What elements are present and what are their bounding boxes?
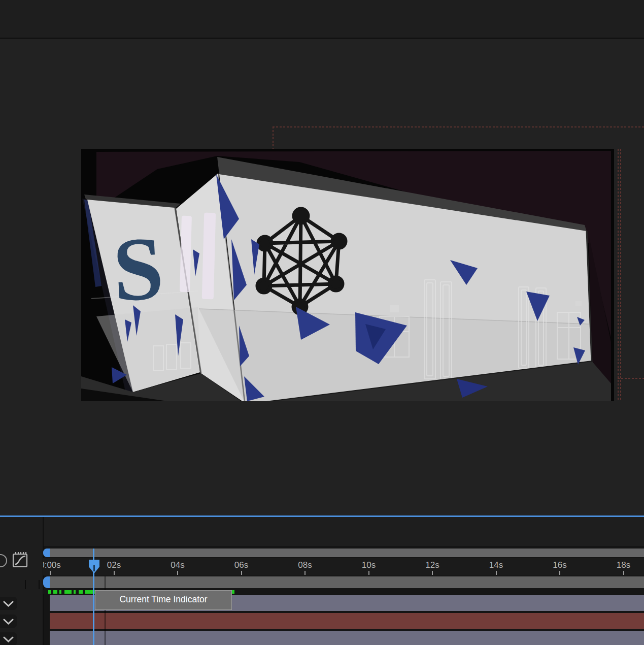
column-tick (39, 580, 40, 589)
timeline-horizontal-scrollbar[interactable] (43, 549, 644, 557)
time-ruler[interactable]: 0:00s02s04s06s08s10s12s14s16s18s (43, 558, 644, 575)
ruler-tick (304, 571, 306, 575)
graph-editor-icon (11, 551, 29, 569)
cache-segment (79, 590, 83, 594)
layer-boundary-line (105, 576, 106, 645)
ruler-tick (432, 571, 433, 575)
composition-viewport[interactable]: S (81, 149, 614, 401)
ruler-label: 18s (617, 560, 630, 570)
cache-segment (74, 590, 76, 594)
ruler-label: 04s (171, 560, 184, 570)
cache-segment (64, 590, 72, 594)
tooltip: Current Time Indicator (95, 590, 232, 610)
ruler-label: 06s (234, 560, 248, 570)
wall-letter-s: S (111, 217, 166, 320)
top-bar (0, 0, 644, 39)
layer-twirl-button[interactable] (0, 597, 17, 610)
column-tick (25, 580, 26, 589)
scrollbar-left-cap[interactable] (43, 549, 50, 557)
ruler-tick (114, 571, 115, 575)
ruler-tick (368, 571, 369, 575)
ruler-tick (559, 571, 560, 575)
cache-segment (48, 590, 51, 594)
timeline-panel: 0:00s02s04s06s08s10s12s14s16s18s Current… (0, 517, 644, 645)
ruler-tick (241, 571, 242, 575)
ruler-label: 16s (553, 560, 566, 570)
ruler-tick (623, 571, 624, 575)
layer-outline-right-1 (618, 149, 619, 401)
layer-twirl-button[interactable] (0, 615, 17, 628)
layer-twirl-button[interactable] (0, 632, 17, 645)
current-time-indicator-head[interactable] (88, 559, 100, 576)
layer-outline-top (273, 126, 644, 127)
ruler-tick (496, 571, 497, 575)
layer-track-bar[interactable] (50, 631, 644, 645)
ruler-label: 14s (489, 560, 503, 570)
layer-outline-left (273, 126, 274, 149)
composition-panel: S (0, 39, 644, 515)
work-area-left-cap[interactable] (43, 576, 50, 588)
ruler-label: 0:00s (43, 560, 61, 570)
cache-segment (59, 590, 61, 594)
graph-editor-button[interactable] (11, 551, 29, 569)
layer-track-bar[interactable] (50, 613, 644, 629)
work-area-bar[interactable] (43, 576, 644, 588)
ruler-tick (50, 571, 51, 575)
layer-outline-right-2 (620, 149, 621, 401)
ruler-label: 02s (107, 560, 121, 570)
ruler-label: 12s (425, 560, 439, 570)
playhead-icon (88, 559, 100, 574)
ruler-label: 08s (298, 560, 312, 570)
cache-segment (53, 590, 57, 594)
after-effects-window: S (0, 0, 644, 645)
ruler-tick (177, 571, 178, 575)
layer-outline-bottom (618, 378, 644, 379)
viewer-toolbar: alf) (0, 485, 644, 515)
ruler-label: 10s (362, 560, 376, 570)
